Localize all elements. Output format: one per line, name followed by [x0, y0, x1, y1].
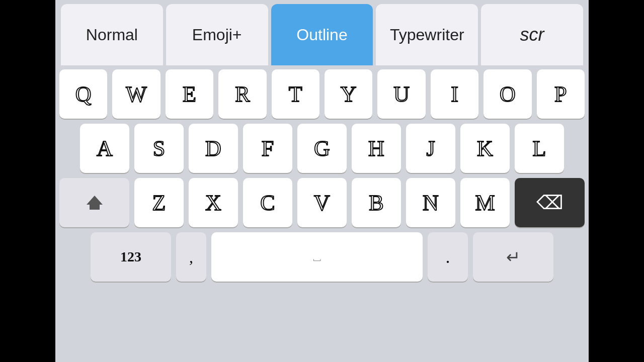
key-w[interactable]: W [112, 69, 160, 119]
key-t[interactable]: T [272, 69, 319, 119]
comma-button[interactable]: , [176, 232, 206, 282]
key-i[interactable]: I [431, 69, 478, 119]
key-h[interactable]: H [352, 124, 401, 173]
key-j[interactable]: J [406, 124, 455, 173]
shift-icon [87, 196, 103, 210]
keyboard-container: Normal Emoji+ Outline Typewriter scr Q W… [55, 0, 589, 362]
comma-label: , [189, 248, 193, 266]
return-button[interactable]: ↵ [473, 232, 553, 282]
key-row-1: Q W E R T Y U I O P [59, 69, 585, 119]
left-side-bar [0, 0, 55, 362]
key-y[interactable]: Y [325, 69, 372, 119]
key-p[interactable]: P [537, 69, 585, 119]
tab-emoji-label: Emoji+ [192, 26, 242, 44]
key-a[interactable]: A [80, 124, 129, 173]
key-e[interactable]: E [166, 69, 213, 119]
return-icon: ↵ [506, 247, 520, 267]
key-u[interactable]: U [377, 69, 425, 119]
right-side-bar [589, 0, 644, 362]
keys-area: Q W E R T Y U I O P A S D F G H J K L [55, 65, 589, 362]
key-row-2: A S D F G H J K L [59, 124, 585, 173]
key-row-3: Z X C V B N M ⌫ [59, 178, 585, 227]
key-g[interactable]: G [297, 124, 347, 173]
key-n[interactable]: N [406, 178, 455, 227]
period-button[interactable]: . [428, 232, 468, 282]
key-d[interactable]: D [189, 124, 238, 173]
key-b[interactable]: B [352, 178, 401, 227]
key-c[interactable]: C [243, 178, 292, 227]
period-label: . [446, 246, 450, 267]
key-l[interactable]: L [515, 124, 564, 173]
tab-normal-label: Normal [86, 26, 138, 44]
tab-script-label: scr [520, 24, 544, 45]
backspace-icon: ⌫ [536, 192, 564, 214]
tab-emoji[interactable]: Emoji+ [166, 4, 268, 65]
font-tabs-row: Normal Emoji+ Outline Typewriter scr [55, 0, 589, 65]
key-k[interactable]: K [460, 124, 510, 173]
key-q[interactable]: Q [59, 69, 107, 119]
key-o[interactable]: O [484, 69, 531, 119]
key-row-4: 123 , ⎵ . ↵ [59, 232, 585, 282]
backspace-button[interactable]: ⌫ [515, 178, 585, 227]
numbers-button[interactable]: 123 [91, 232, 171, 282]
key-v[interactable]: V [297, 178, 347, 227]
tab-script[interactable]: scr [481, 4, 583, 65]
tab-normal[interactable]: Normal [61, 4, 163, 65]
tab-typewriter-label: Typewriter [390, 26, 464, 44]
numbers-label: 123 [120, 249, 141, 265]
key-z[interactable]: Z [134, 178, 184, 227]
space-icon: ⎵ [313, 250, 320, 264]
shift-button[interactable] [59, 178, 129, 227]
tab-typewriter[interactable]: Typewriter [376, 4, 478, 65]
tab-outline-label: Outline [296, 26, 347, 44]
key-r[interactable]: R [218, 69, 266, 119]
key-f[interactable]: F [243, 124, 292, 173]
key-x[interactable]: X [189, 178, 238, 227]
key-s[interactable]: S [134, 124, 184, 173]
space-button[interactable]: ⎵ [211, 232, 423, 282]
key-m[interactable]: M [460, 178, 510, 227]
tab-outline[interactable]: Outline [271, 4, 373, 65]
